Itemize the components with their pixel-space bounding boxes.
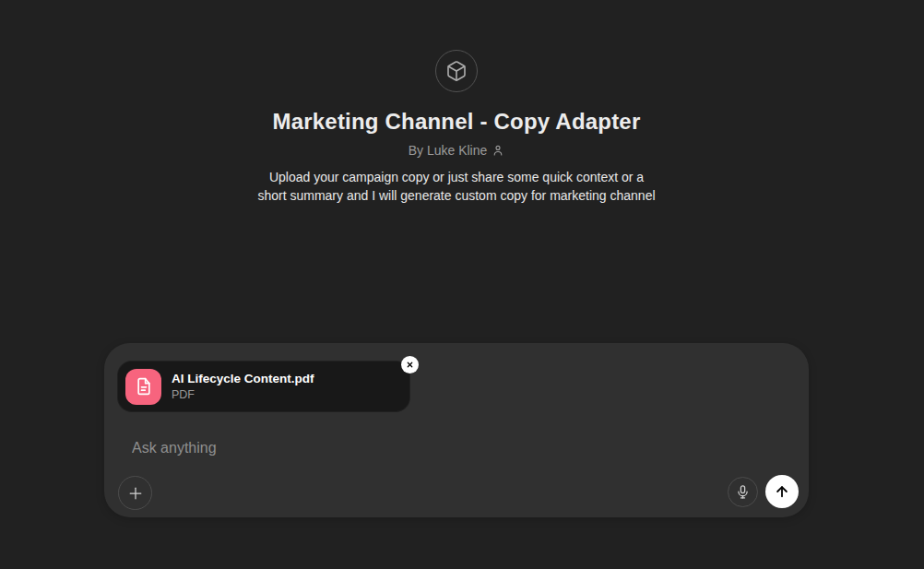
attachment-filetype: PDF [172,388,314,401]
byline-text: By Luke Kline [409,143,488,158]
gpt-description: Upload your campaign copy or just share … [254,168,659,205]
dictate-button[interactable] [728,477,758,507]
attachment-chip[interactable]: AI Lifecycle Content.pdf PDF [117,361,410,412]
add-attachment-button[interactable] [118,476,152,510]
pdf-file-badge [125,369,161,405]
app-background: { "page": { "background_color": "#212121… [0,0,924,569]
cube-icon [445,60,468,82]
gpt-landing-screen: Marketing Channel - Copy Adapter By Luke… [0,0,924,569]
attachment-meta: AI Lifecycle Content.pdf PDF [172,372,314,401]
close-icon [406,361,414,369]
person-icon [492,144,504,157]
remove-attachment-button[interactable] [401,356,419,373]
send-button[interactable] [765,475,799,508]
gpt-avatar [435,50,478,92]
document-icon [135,377,153,396]
page-title: Marketing Channel - Copy Adapter [104,108,809,136]
byline: By Luke Kline [104,143,809,158]
gpt-header: Marketing Channel - Copy Adapter By Luke… [104,50,809,205]
attachment-filename: AI Lifecycle Content.pdf [172,372,314,385]
composer: AI Lifecycle Content.pdf PDF [104,343,809,517]
prompt-input[interactable] [132,433,667,464]
plus-icon [126,484,145,503]
microphone-icon [735,484,751,500]
arrow-up-icon [774,483,790,500]
